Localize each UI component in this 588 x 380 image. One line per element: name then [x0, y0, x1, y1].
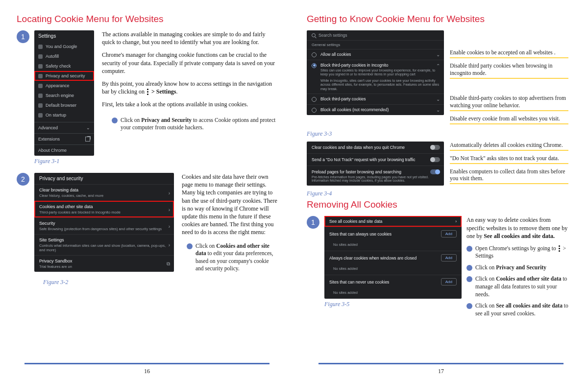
sidebar-item: Appearance — [34, 81, 94, 91]
settings-option: Privacy SandboxTrial features are on⧉ — [34, 255, 174, 272]
toggle-row: Send a "Do Not Track" request with your … — [307, 153, 444, 166]
toggle-row: Clear cookies and site data when you qui… — [307, 142, 444, 153]
step-text: Click on Privacy and Security — [475, 264, 546, 272]
bullet-text: Click on Cookies and other site data to … — [196, 242, 277, 273]
section-title-right-2: Removing All Cookies — [307, 199, 568, 210]
sidebar-item: On startup — [34, 110, 94, 120]
kebab-menu-icon — [559, 245, 561, 252]
annotation: Automatically deletes all cookies exitin… — [450, 142, 568, 151]
annotation: Disable third party cookies when browsin… — [450, 62, 568, 79]
search-icon — [312, 33, 316, 37]
sidebar-item: Safety check — [34, 61, 94, 71]
site-row: Sites that can always use cookiesAdd — [324, 227, 462, 240]
paint-icon — [38, 84, 43, 88]
body-para: The actions available in managing cookie… — [102, 30, 277, 46]
step-text: Open Chrome's settings by going to > Set… — [475, 245, 568, 260]
browser-icon — [38, 103, 43, 108]
radio-allow-all: Allow all cookies⌄ — [307, 49, 444, 60]
annotation: Disable every cookie from all websites y… — [450, 115, 568, 124]
screenshot-cookie-general: Search settings General settings Allow a… — [307, 30, 444, 115]
step-badge-1: 1 — [17, 30, 29, 43]
launch-icon: ⧉ — [167, 261, 170, 267]
toggle-on-icon — [430, 169, 440, 174]
site-row: Always clear cookies when windows are cl… — [324, 251, 462, 264]
chevron-down-icon: ⌄ — [436, 107, 440, 113]
chevron-right-icon: › — [169, 242, 170, 248]
section-title-right-1: Getting to Know Cookie Menu for Websites — [307, 14, 568, 24]
person-icon — [38, 45, 43, 49]
radio-block-all: Block all cookies (not recommended)⌄ — [307, 104, 444, 115]
add-button: Add — [441, 254, 457, 261]
toggle-off-icon — [430, 145, 440, 150]
settings-option: Clear browsing dataClear history, cookie… — [34, 184, 174, 201]
chevron-down-icon: ⌄ — [436, 52, 440, 57]
add-button: Add — [441, 230, 457, 238]
bullet-icon — [466, 265, 472, 271]
screenshot-settings-sidebar: Settings You and Google Autofill Safety … — [34, 30, 94, 156]
screenshot-site-cookies: See all cookies and site data› Sites tha… — [324, 216, 462, 299]
no-sites: No sites added — [324, 288, 462, 299]
page-right: Getting to Know Cookie Menu for Websites… — [294, 0, 588, 380]
radio-icon — [312, 97, 317, 102]
screenshot-privacy-security: Privacy and security Clear browsing data… — [34, 173, 174, 272]
settings-option: SecuritySafe Browsing (protection from d… — [34, 217, 174, 234]
step-badge-1b: 1 — [307, 216, 319, 229]
launch-icon — [85, 137, 90, 142]
radio-block-incognito: Block third-party cookies in IncognitoSi… — [307, 60, 444, 94]
step-text: Click on See all cookies and site data t… — [475, 302, 568, 317]
bullet-icon — [466, 246, 472, 252]
radio-icon — [312, 108, 317, 113]
search-settings: Search settings — [307, 30, 444, 40]
sidebar-advanced: Advanced⌄ — [34, 122, 94, 133]
figure-caption: Figure 3-1 — [34, 158, 277, 165]
annotation: Disable third-party cookies to stop adve… — [450, 95, 568, 111]
step-badge-2: 2 — [17, 173, 29, 186]
chevron-right-icon: › — [169, 207, 170, 212]
bullet-icon — [466, 276, 472, 282]
body-para: By this point, you already know how to a… — [102, 80, 277, 95]
annotation: Enables computers to collect data from s… — [450, 168, 568, 185]
page-divider — [24, 363, 270, 364]
shield-icon — [38, 74, 43, 78]
settings-option-cookies: Cookies and other site dataThird-party c… — [34, 201, 174, 217]
power-icon — [38, 113, 43, 118]
settings-header: Settings — [34, 30, 94, 42]
radio-icon-selected — [312, 63, 317, 68]
chevron-right-icon: › — [169, 223, 170, 229]
page-number: 16 — [144, 368, 150, 375]
figure-caption: Figure 3-4 — [307, 190, 568, 197]
chevron-up-icon: ⌃ — [436, 63, 440, 69]
sidebar-item: Search engine — [34, 91, 94, 100]
figure-caption: Figure 3-3 — [307, 130, 568, 138]
page-number: 17 — [438, 368, 444, 375]
figure-caption: Figure 3-5 — [324, 301, 462, 308]
sidebar-extensions: Extensions — [34, 133, 94, 144]
sidebar-about: About Chrome — [34, 144, 94, 156]
autofill-icon — [38, 54, 43, 59]
figure-caption: Figure 3-2 — [43, 279, 277, 286]
see-all-cookies-row: See all cookies and site data› — [324, 216, 462, 227]
safety-icon — [38, 64, 43, 69]
chevron-down-icon: ⌄ — [86, 125, 90, 130]
site-row: Sites that can never use cookiesAdd — [324, 275, 462, 288]
sidebar-item-privacy: Privacy and security — [34, 71, 94, 81]
body-para: Chrome's manager for changing cookie fun… — [102, 51, 277, 75]
no-sites: No sites added — [324, 264, 462, 275]
screenshot-cookie-toggles: Clear cookies and site data when you qui… — [307, 142, 444, 186]
panel-header: Privacy and security — [34, 173, 174, 184]
bullet-icon — [112, 118, 118, 123]
radio-icon — [312, 52, 317, 57]
kebab-menu-icon — [147, 89, 149, 95]
add-button: Add — [441, 278, 457, 285]
page-left: Locating Cookie Menu for Websites 1 Sett… — [0, 0, 294, 380]
radio-block-third: Block third-party cookies⌄ — [307, 94, 444, 104]
sidebar-item: You and Google — [34, 42, 94, 51]
no-sites: No sites added — [324, 240, 462, 251]
bullet-icon — [187, 243, 193, 249]
toggle-row: Preload pages for faster browsing and se… — [307, 166, 444, 186]
annotation: Enable cookies to be accepted on all web… — [450, 49, 568, 58]
intro-para: An easy way to delete cookies from speci… — [466, 216, 568, 240]
chevron-right-icon: › — [169, 190, 170, 195]
general-settings-label: General settings — [307, 40, 444, 49]
search-icon — [38, 94, 43, 98]
